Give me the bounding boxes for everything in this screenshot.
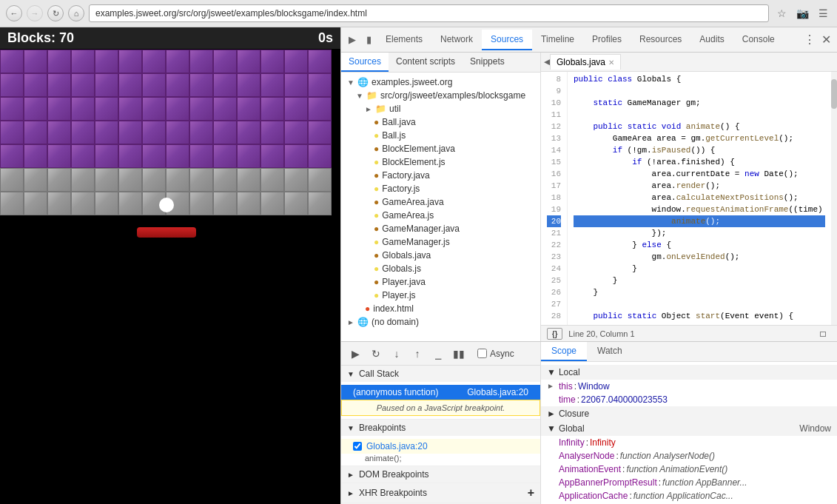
scope-local-label: Local [559, 367, 580, 377]
js-icon: ● [374, 157, 379, 167]
async-checkbox-input[interactable] [477, 349, 487, 358]
scope-val: Window [578, 381, 610, 392]
dom-breakpoints-section: ► DOM Breakpoints [341, 466, 540, 483]
tab-console[interactable]: Console [733, 30, 784, 50]
resume-button[interactable]: ▶ [347, 346, 363, 362]
camera-icon[interactable]: 📷 [794, 5, 810, 21]
json-toggle-button[interactable]: {} [547, 328, 562, 340]
xhr-add-button[interactable]: + [528, 486, 534, 500]
step-over-button[interactable]: ↻ [368, 346, 384, 362]
devtools-device-icon[interactable]: ▮ [360, 32, 377, 48]
deactivate-button[interactable]: ⎯ [430, 346, 446, 362]
subtab-content-scripts[interactable]: Content scripts [389, 53, 463, 72]
editor-tab-globals-java[interactable]: Globals.java ✕ [550, 54, 621, 70]
editor-tab-close[interactable]: ✕ [608, 58, 614, 67]
dom-breakpoints-header[interactable]: ► DOM Breakpoints [341, 466, 540, 483]
editor-tab-bar: ◀ Globals.java ✕ [541, 53, 837, 72]
java-icon: ● [374, 170, 379, 181]
list-item[interactable]: ●Globals.js [341, 262, 540, 275]
editor-scrollbar[interactable] [831, 72, 837, 325]
list-item[interactable]: ●GameArea.js [341, 209, 540, 222]
html-icon: ● [365, 303, 370, 314]
code-editor[interactable]: 89101112 1314151617 1819202122 232425262… [541, 72, 831, 325]
list-item[interactable]: ●BlockElement.js [341, 155, 540, 169]
list-item[interactable]: ●BlockElement.java [341, 142, 540, 155]
tree-arrow-domain: ▼ [347, 78, 356, 87]
debugger-area: ▶ ↻ ↓ ↑ ⎯ ▮▮ Async ▼ C [341, 341, 837, 504]
address-bar[interactable] [89, 4, 769, 22]
scope-item-appbanner[interactable]: AppBannerPromptResult : function AppBann… [541, 476, 837, 489]
breakpoint-item[interactable]: Globals.java:20 [341, 439, 540, 454]
tab-timeline[interactable]: Timeline [532, 30, 583, 50]
breakpoint-checkbox[interactable] [353, 442, 362, 451]
call-stack-arrow: ▼ [347, 370, 354, 378]
list-item[interactable]: ●Player.js [341, 289, 540, 302]
scope-item-appcache[interactable]: ApplicationCache : function ApplicationC… [541, 489, 837, 503]
list-item[interactable]: ●Ball.js [341, 129, 540, 142]
xhr-bp-label: XHR Breakpoints [359, 488, 427, 498]
tab-scope[interactable]: Scope [541, 342, 587, 361]
tab-sources[interactable]: Sources [482, 30, 532, 50]
list-item[interactable]: ●index.html [341, 302, 540, 315]
scope-global-header[interactable]: ▼ Global Window [541, 421, 837, 436]
sources-left-panel: Sources Content scripts Snippets ▼ 🌐 exa… [341, 53, 541, 341]
list-item[interactable]: ●GameArea.java [341, 195, 540, 209]
scope-local-header[interactable]: ▼ Local [541, 365, 837, 380]
scope-item-time[interactable]: time : 22067.040000023553 [541, 393, 837, 406]
xhr-breakpoints-section: ► XHR Breakpoints + [341, 483, 540, 503]
back-button[interactable]: ← [6, 5, 22, 21]
call-stack-header[interactable]: ▼ Call Stack [341, 366, 540, 382]
call-stack-label: Call Stack [359, 369, 399, 379]
scope-item-analysernode[interactable]: AnalyserNode : function AnalyserNode() [541, 449, 837, 463]
xhr-breakpoints-header[interactable]: ► XHR Breakpoints + [341, 483, 540, 503]
tree-no-domain[interactable]: ► 🌐 (no domain) [341, 315, 540, 329]
tab-resources[interactable]: Resources [631, 30, 690, 50]
tab-network[interactable]: Network [431, 30, 482, 50]
home-button[interactable]: ⌂ [68, 5, 84, 21]
tab-watch[interactable]: Watch [587, 342, 633, 361]
breakpoints-header[interactable]: ▼ Breakpoints [341, 420, 540, 436]
list-item[interactable]: ●Player.java [341, 275, 540, 289]
subtab-snippets[interactable]: Snippets [463, 53, 512, 72]
paused-banner: Paused on a JavaScript breakpoint. [341, 400, 540, 416]
async-checkbox[interactable]: Async [477, 349, 514, 359]
step-into-button[interactable]: ↓ [389, 346, 405, 362]
editor-scrollbar-thumb[interactable] [831, 79, 837, 109]
scope-item-infinity[interactable]: Infinity : Infinity [541, 436, 837, 449]
list-item[interactable]: ●Factory.java [341, 169, 540, 182]
list-item[interactable]: ●GameManager.js [341, 235, 540, 249]
tab-audits[interactable]: Audits [690, 30, 733, 50]
call-stack-item[interactable]: (anonymous function) Globals.java:20 [341, 385, 540, 400]
devtools-tab-bar: ▶ ▮ Elements Network Sources Timeline Pr… [341, 27, 837, 53]
list-item[interactable]: ●GameManager.java [341, 222, 540, 235]
step-out-button[interactable]: ↑ [409, 346, 426, 362]
devtools-close-button[interactable]: ✕ [818, 32, 834, 48]
editor-expand-button[interactable]: □ [815, 326, 831, 342]
forward-button[interactable]: → [27, 5, 43, 21]
js-icon: ● [374, 130, 379, 141]
scope-closure-header[interactable]: ► Closure [541, 406, 837, 421]
pause-button[interactable]: ▮▮ [451, 346, 467, 362]
scope-item-animationevent[interactable]: AnimationEvent : function AnimationEvent… [541, 463, 837, 476]
star-icon[interactable]: ☆ [773, 5, 790, 21]
list-item[interactable]: ●Ball.java [341, 115, 540, 129]
scope-tab-bar: Scope Watch [541, 342, 837, 362]
editor-location: Line 20, Column 1 [568, 329, 634, 338]
tab-profiles[interactable]: Profiles [583, 30, 631, 50]
scope-item-this[interactable]: ► this : Window [541, 380, 837, 393]
list-item[interactable]: ●Factory.js [341, 182, 540, 195]
tab-elements[interactable]: Elements [377, 30, 431, 50]
devtools-overflow-menu[interactable]: ⋮ [801, 32, 818, 48]
subtab-sources[interactable]: Sources [341, 53, 389, 72]
no-domain-icon: 🌐 [357, 317, 369, 327]
devtools-mobile-icon[interactable]: ▶ [344, 32, 360, 48]
list-item[interactable]: ●Globals.java [341, 249, 540, 262]
devtools-panel: ▶ ▮ Elements Network Sources Timeline Pr… [340, 27, 837, 504]
reload-button[interactable]: ↻ [47, 5, 64, 21]
tree-util-folder[interactable]: ► 📁 util [341, 102, 540, 115]
tab-left-icon[interactable]: ◀ [544, 57, 550, 67]
tree-src-folder[interactable]: ▼ 📁 src/org/jsweet/examples/blocksgame [341, 89, 540, 102]
scope-closure-arrow: ► [547, 409, 556, 419]
menu-icon[interactable]: ☰ [815, 5, 831, 21]
tree-domain-root[interactable]: ▼ 🌐 examples.jsweet.org [341, 75, 540, 89]
